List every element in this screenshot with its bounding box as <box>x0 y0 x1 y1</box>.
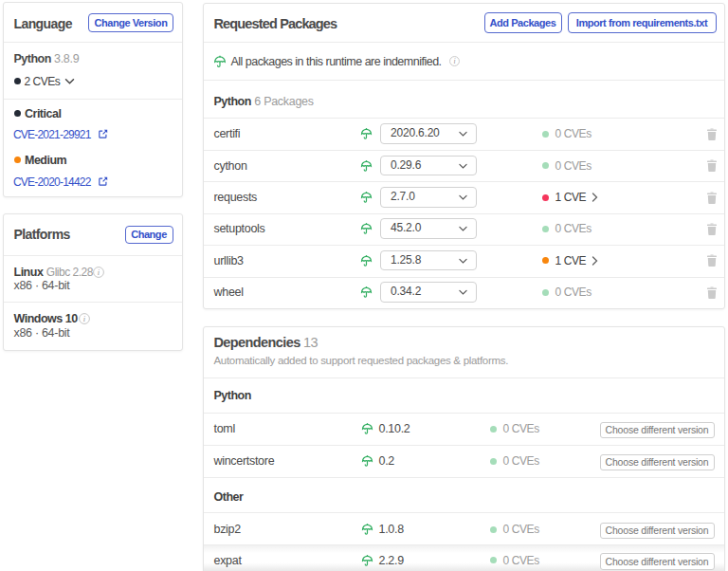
svg-text:i: i <box>453 57 455 65</box>
svg-text:i: i <box>97 267 100 277</box>
svg-text:i: i <box>82 314 85 323</box>
